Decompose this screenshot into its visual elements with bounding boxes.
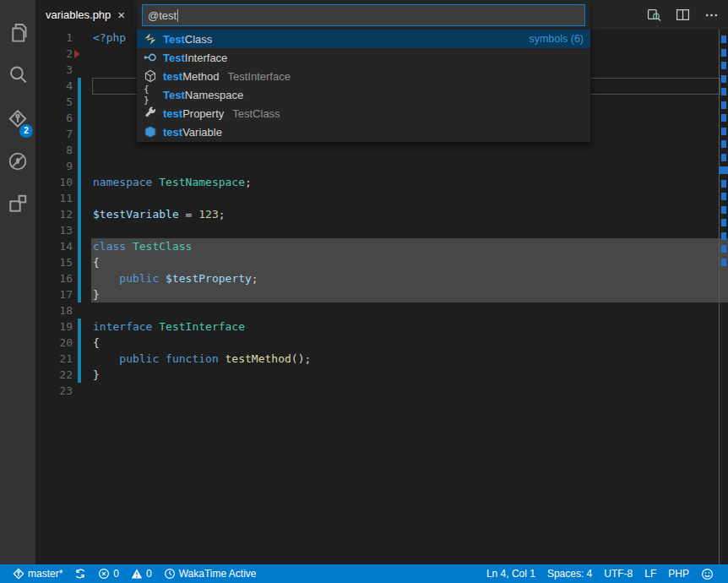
modified-line-indicator <box>78 286 81 302</box>
line-number[interactable]: 12 <box>35 206 73 222</box>
line-number[interactable]: 3 <box>35 62 73 78</box>
status-warnings[interactable]: 0 <box>125 564 158 583</box>
code-line-20[interactable]: 20{ <box>35 335 728 351</box>
status-git-branch[interactable]: master* <box>7 564 68 583</box>
quick-open-item-testnamespace[interactable]: { }TestNamespace <box>137 85 590 104</box>
modified-line-indicator <box>78 78 81 94</box>
code-line-15[interactable]: 15{ <box>35 254 728 270</box>
sidebar-item-source-control[interactable]: 2 <box>0 100 35 139</box>
tab-variables-php[interactable]: variables.php × <box>35 0 133 30</box>
code-line-8[interactable]: 8 <box>35 142 728 158</box>
status-label: LF <box>644 568 656 580</box>
code-line-21[interactable]: 21 public function testMethod(); <box>35 351 728 367</box>
line-number[interactable]: 15 <box>35 254 73 270</box>
code-line-13[interactable]: 13 <box>35 222 728 238</box>
line-number[interactable]: 4 <box>35 78 73 94</box>
overview-ruler-mark[interactable] <box>721 259 726 266</box>
sidebar-item-search[interactable] <box>0 55 35 94</box>
overview-ruler-mark[interactable] <box>721 35 726 43</box>
quick-open-item-testmethod[interactable]: testMethodTestInterface <box>137 67 590 85</box>
quick-open-item-testproperty[interactable]: testPropertyTestClass <box>137 104 590 123</box>
sidebar-item-extensions[interactable] <box>0 184 35 223</box>
overview-ruler-mark[interactable] <box>721 101 726 109</box>
line-number[interactable]: 20 <box>35 335 73 351</box>
open-preview-button[interactable] <box>644 5 664 25</box>
quick-open-item-testvariable[interactable]: testVariable <box>137 123 590 141</box>
status-feedback[interactable] <box>695 564 720 583</box>
code-line-11[interactable]: 11 <box>35 190 728 206</box>
line-number[interactable]: 10 <box>35 174 73 190</box>
line-number[interactable]: 7 <box>35 126 73 142</box>
status-cursor-position[interactable]: Ln 4, Col 1 <box>481 564 541 583</box>
line-number[interactable]: 22 <box>35 367 73 383</box>
more-actions-button[interactable] <box>701 5 721 25</box>
symbol-match-text: test <box>163 70 182 83</box>
sidebar-item-debug[interactable] <box>0 142 35 181</box>
code-line-18[interactable]: 18 <box>35 302 728 319</box>
overview-ruler-mark[interactable] <box>721 219 726 226</box>
files-icon <box>7 21 30 44</box>
status-wakatime[interactable]: WakaTime Active <box>158 564 263 583</box>
code-text: class TestClass <box>93 238 192 254</box>
line-number[interactable]: 8 <box>35 142 73 158</box>
line-number[interactable]: 1 <box>35 30 73 46</box>
code-line-23[interactable]: 23 <box>35 383 728 399</box>
overview-ruler-mark[interactable] <box>721 88 726 95</box>
overview-ruler-mark[interactable] <box>721 232 726 240</box>
quick-open-input[interactable]: @test <box>142 4 585 26</box>
overview-ruler-mark[interactable] <box>721 206 726 214</box>
debug-icon <box>7 150 29 172</box>
status-sync[interactable] <box>68 564 92 583</box>
code-line-9[interactable]: 9 <box>35 158 728 174</box>
overview-ruler-mark[interactable] <box>721 128 726 135</box>
quick-open-item-testinterface[interactable]: TestInterface <box>137 48 590 67</box>
modified-line-indicator <box>78 319 81 335</box>
code-line-14[interactable]: 14class TestClass <box>35 238 728 254</box>
namespace-icon: { } <box>144 88 157 101</box>
status-encoding[interactable]: UTF-8 <box>598 564 638 583</box>
variable-icon <box>144 125 157 139</box>
code-line-16[interactable]: 16 public $testProperty; <box>35 270 728 286</box>
status-bar-right: Ln 4, Col 1Spaces: 4UTF-8LFPHP <box>481 564 728 583</box>
line-number[interactable]: 21 <box>35 351 73 367</box>
line-number[interactable]: 9 <box>35 158 73 174</box>
overview-ruler-mark[interactable] <box>721 245 726 253</box>
line-number[interactable]: 5 <box>35 94 73 110</box>
overview-ruler-mark[interactable] <box>721 140 726 148</box>
sidebar-item-explorer[interactable] <box>0 13 35 52</box>
code-line-10[interactable]: 10namespace TestNamespace; <box>35 174 728 190</box>
code-line-22[interactable]: 22} <box>35 367 728 383</box>
status-eol[interactable]: LF <box>638 564 662 583</box>
overview-ruler-mark[interactable] <box>721 154 726 161</box>
overview-ruler-mark[interactable] <box>721 180 726 188</box>
line-number[interactable]: 19 <box>35 319 73 335</box>
overview-ruler-mark[interactable] <box>721 49 726 57</box>
line-number[interactable]: 11 <box>35 190 73 206</box>
code-line-12[interactable]: 12$testVariable = 123; <box>35 206 728 222</box>
line-number[interactable]: 14 <box>35 238 73 254</box>
line-number[interactable]: 16 <box>35 270 73 286</box>
search-icon <box>7 63 29 85</box>
overview-ruler-mark[interactable] <box>721 75 726 83</box>
overview-ruler-mark[interactable] <box>719 166 728 174</box>
overview-ruler-mark[interactable] <box>721 62 726 69</box>
status-errors[interactable]: 0 <box>92 564 125 583</box>
close-icon[interactable]: × <box>117 8 125 21</box>
code-line-19[interactable]: 19interface TestInterface <box>35 319 728 335</box>
line-number[interactable]: 13 <box>35 222 73 238</box>
symbol-description: TestInterface <box>228 70 291 83</box>
line-number[interactable]: 6 <box>35 110 73 126</box>
status-bar-left: master*00WakaTime Active <box>0 564 263 583</box>
split-editor-button[interactable] <box>672 5 693 25</box>
overview-ruler-mark[interactable] <box>721 193 726 200</box>
line-number[interactable]: 23 <box>35 383 73 399</box>
code-line-17[interactable]: 17} <box>35 286 728 302</box>
text-cursor <box>177 9 178 22</box>
status-language-mode[interactable]: PHP <box>662 564 695 583</box>
line-number[interactable]: 17 <box>35 286 73 302</box>
line-number[interactable]: 2 <box>35 46 73 62</box>
quick-open-item-testclass[interactable]: TestClasssymbols (6) <box>137 30 590 48</box>
line-number[interactable]: 18 <box>35 302 73 319</box>
overview-ruler-mark[interactable] <box>721 114 726 122</box>
status-indentation[interactable]: Spaces: 4 <box>541 564 598 583</box>
